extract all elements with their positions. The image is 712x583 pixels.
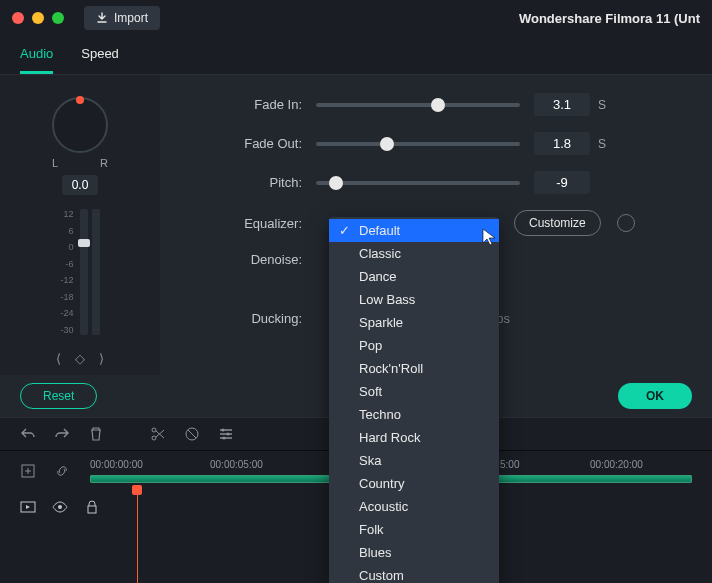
ducking-label: Ducking:: [170, 311, 316, 326]
fade-in-row: Fade In: 3.1 S: [170, 93, 692, 116]
import-icon: [96, 12, 108, 24]
playhead[interactable]: [132, 485, 142, 583]
scissors-icon[interactable]: [150, 426, 166, 442]
equalizer-option[interactable]: Acoustic: [329, 495, 499, 518]
import-button[interactable]: Import: [84, 6, 160, 30]
equalizer-option[interactable]: Dance: [329, 265, 499, 288]
svg-point-4: [227, 433, 230, 436]
scale-tick: -12: [60, 275, 73, 285]
svg-point-5: [223, 437, 226, 440]
ok-button[interactable]: OK: [618, 383, 692, 409]
balance-knob-wrap: [50, 97, 110, 153]
trash-icon[interactable]: [88, 426, 104, 442]
balance-knob[interactable]: [52, 97, 108, 153]
fade-in-value[interactable]: 3.1: [534, 93, 590, 116]
pitch-row: Pitch: -9: [170, 171, 692, 194]
ruler-tick: 00:00:00:00: [90, 459, 143, 470]
keyframe-prev-icon[interactable]: ⟨: [56, 351, 61, 366]
timeline-icons: [20, 463, 70, 479]
keyframe-next-icon[interactable]: ⟩: [99, 351, 104, 366]
fade-in-slider[interactable]: [316, 103, 520, 107]
revert-icon[interactable]: [617, 214, 635, 232]
minimize-icon[interactable]: [32, 12, 44, 24]
maximize-icon[interactable]: [52, 12, 64, 24]
customize-button[interactable]: Customize: [514, 210, 601, 236]
equalizer-option[interactable]: Blues: [329, 541, 499, 564]
ruler-tick: 00:00:20:00: [590, 459, 643, 470]
svg-rect-9: [88, 506, 96, 513]
equalizer-dropdown[interactable]: DefaultClassicDanceLow BassSparklePopRoc…: [329, 217, 499, 583]
balance-right-label: R: [100, 157, 108, 169]
window-controls: [12, 12, 64, 24]
equalizer-option[interactable]: Pop: [329, 334, 499, 357]
fade-in-label: Fade In:: [170, 97, 316, 112]
fade-out-slider[interactable]: [316, 142, 520, 146]
equalizer-option[interactable]: Rock'n'Roll: [329, 357, 499, 380]
svg-point-3: [222, 429, 225, 432]
slider-thumb[interactable]: [380, 137, 394, 151]
svg-point-0: [152, 428, 156, 432]
visibility-icon[interactable]: [52, 499, 68, 515]
scale-tick: -18: [60, 292, 73, 302]
fade-out-unit: S: [598, 137, 606, 151]
link-icon[interactable]: [54, 463, 70, 479]
fade-in-unit: S: [598, 98, 606, 112]
tab-audio[interactable]: Audio: [20, 46, 53, 74]
ruler-tick: 00:00:05:00: [210, 459, 263, 470]
crop-icon[interactable]: [184, 426, 200, 442]
balance-column: L R 0.0 12 6 0 -6 -12 -18 -24 -30 ⟨ ◇ ⟩: [0, 75, 160, 375]
keyframe-add-icon[interactable]: ◇: [75, 351, 85, 366]
ruler-tick: 5:00: [500, 459, 519, 470]
scale-tick: 0: [60, 242, 73, 252]
scale-tick: -30: [60, 325, 73, 335]
scale-tick: -24: [60, 308, 73, 318]
equalizer-option[interactable]: Country: [329, 472, 499, 495]
equalizer-option[interactable]: Techno: [329, 403, 499, 426]
reset-button[interactable]: Reset: [20, 383, 97, 409]
equalizer-label: Equalizer:: [170, 216, 316, 231]
playhead-handle[interactable]: [132, 485, 142, 495]
equalizer-option[interactable]: Hard Rock: [329, 426, 499, 449]
pitch-value[interactable]: -9: [534, 171, 590, 194]
settings-icon[interactable]: [218, 426, 234, 442]
equalizer-option[interactable]: Default: [329, 219, 499, 242]
slider-thumb[interactable]: [329, 176, 343, 190]
meter-thumb[interactable]: [78, 239, 90, 247]
playhead-line: [137, 495, 138, 583]
equalizer-option[interactable]: Ska: [329, 449, 499, 472]
fade-out-row: Fade Out: 1.8 S: [170, 132, 692, 155]
track-video-icon[interactable]: [20, 499, 36, 515]
meter-scale: 12 6 0 -6 -12 -18 -24 -30: [60, 209, 73, 335]
app-title: Wondershare Filmora 11 (Unt: [519, 11, 700, 26]
scale-tick: 6: [60, 226, 73, 236]
equalizer-option[interactable]: Sparkle: [329, 311, 499, 334]
balance-value: 0.0: [62, 175, 99, 195]
meter-bar-right[interactable]: [92, 209, 100, 335]
svg-point-1: [152, 436, 156, 440]
svg-point-8: [58, 505, 62, 509]
denoise-label: Denoise:: [170, 252, 316, 267]
keyframe-controls: ⟨ ◇ ⟩: [56, 351, 104, 366]
slider-thumb[interactable]: [431, 98, 445, 112]
equalizer-option[interactable]: Low Bass: [329, 288, 499, 311]
pitch-label: Pitch:: [170, 175, 316, 190]
equalizer-option[interactable]: Soft: [329, 380, 499, 403]
equalizer-option[interactable]: Folk: [329, 518, 499, 541]
tab-speed[interactable]: Speed: [81, 46, 119, 74]
lock-icon[interactable]: [84, 499, 100, 515]
meter-bars: [80, 209, 100, 335]
scale-tick: -6: [60, 259, 73, 269]
equalizer-option[interactable]: Classic: [329, 242, 499, 265]
tabs: Audio Speed: [0, 36, 712, 75]
close-icon[interactable]: [12, 12, 24, 24]
meter-bar-left[interactable]: [80, 209, 88, 335]
equalizer-option[interactable]: Custom: [329, 564, 499, 583]
pitch-slider[interactable]: [316, 181, 520, 185]
add-track-icon[interactable]: [20, 463, 36, 479]
redo-icon[interactable]: [54, 426, 70, 442]
fade-out-value[interactable]: 1.8: [534, 132, 590, 155]
import-label: Import: [114, 11, 148, 25]
balance-lr: L R: [52, 157, 108, 169]
undo-icon[interactable]: [20, 426, 36, 442]
scale-tick: 12: [60, 209, 73, 219]
